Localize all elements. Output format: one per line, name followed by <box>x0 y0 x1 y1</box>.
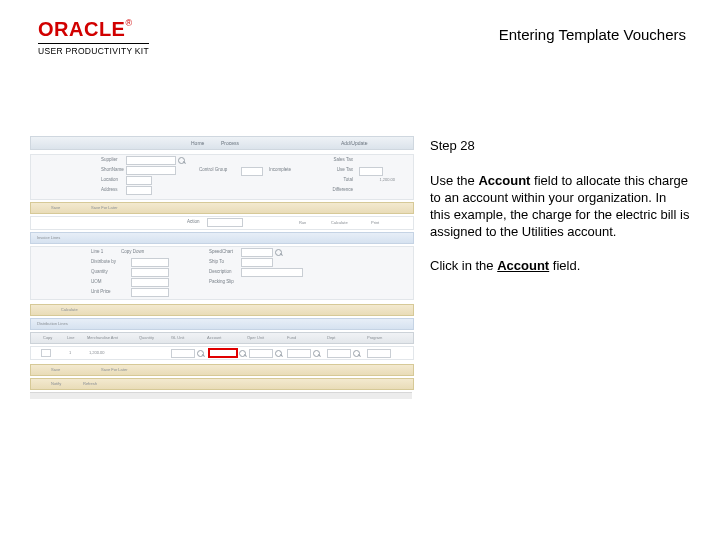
logo-block: ORACLE® USER PRODUCTIVITY KIT <box>38 18 149 56</box>
para1-bold: Account <box>478 173 530 188</box>
mini-merch-amt: 1,200.00 <box>89 350 105 355</box>
mini-tan-row-3: Save Save For Later <box>30 364 414 376</box>
embedded-screenshot: ORACLE Home Process Add/Update Supplier … <box>30 128 412 398</box>
instruction-panel: Step 28 Use the Account field to allocat… <box>430 138 690 293</box>
mini-tan-row-4: Notify Refresh <box>30 378 414 390</box>
account-field-highlight[interactable] <box>208 348 238 358</box>
para1-pre: Use the <box>430 173 478 188</box>
mini-footer <box>30 392 412 399</box>
page-title: Entering Template Vouchers <box>499 26 686 43</box>
mini-total: 1,200.00 <box>379 177 395 182</box>
mini-form-lines: Line 1 Copy Down Distribute by Quantity … <box>30 246 414 300</box>
mini-tan-row-1: Save Save For Later <box>30 202 414 214</box>
mini-form-header: Supplier ShortName Location Address Cont… <box>30 154 414 200</box>
mini-grid-header: Copy Line Merchandise Amt Quantity GL Un… <box>30 332 414 344</box>
upk-subline: USER PRODUCTIVITY KIT <box>38 43 149 56</box>
mini-blue-strip-2: Distribution Lines <box>30 318 414 330</box>
para2-post: field. <box>549 258 580 273</box>
para2-bold: Account <box>497 258 549 273</box>
para2-pre: Click in the <box>430 258 497 273</box>
mini-action-row: Action Run Calculate Print <box>30 216 414 230</box>
instruction-paragraph-1: Use the Account field to allocate this c… <box>430 173 690 241</box>
mini-blue-strip-1: Invoice Lines <box>30 232 414 244</box>
oracle-logo-text: ORACLE <box>38 18 125 40</box>
registered-mark: ® <box>125 18 132 28</box>
instruction-paragraph-2: Click in the Account field. <box>430 258 690 275</box>
page: ORACLE® USER PRODUCTIVITY KIT Entering T… <box>0 0 720 540</box>
mini-topbar: Home Process Add/Update <box>30 136 414 150</box>
mini-tan-row-2: Calculate <box>30 304 414 316</box>
step-label: Step 28 <box>430 138 690 155</box>
